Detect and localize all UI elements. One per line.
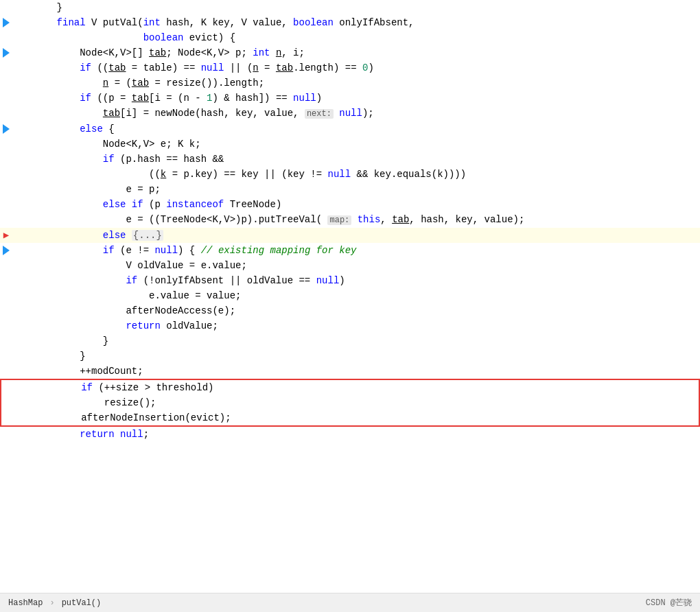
code-line: if ((p = tab[i = (n - 1) & hash]) == nul… xyxy=(0,91,700,106)
code-content: e = ((TreeNode<K,V>)p).putTreeVal( map: … xyxy=(31,212,700,228)
bookmark-icon xyxy=(1,18,11,27)
bookmark-icon xyxy=(1,246,11,255)
code-line: if (e != null) { // existing mapping for… xyxy=(0,243,700,258)
code-content: } xyxy=(31,0,700,15)
code-content: else { xyxy=(31,121,700,137)
code-line: else if (p instanceof TreeNode) xyxy=(0,197,700,212)
code-line: ▶ else {...} xyxy=(0,228,700,243)
code-line: ((k = p.key) == key || (key != null && k… xyxy=(0,167,700,182)
code-line: ++modCount; xyxy=(0,364,700,379)
code-content: if ((p = tab[i = (n - 1) & hash]) == nul… xyxy=(31,91,700,106)
code-line: else { xyxy=(0,121,700,137)
code-content: afterNodeInsertion(evict); xyxy=(32,410,699,425)
code-content: if (++size > threshold) xyxy=(32,380,699,395)
code-line: e.value = value; xyxy=(0,288,700,303)
code-content: V oldValue = e.value; xyxy=(31,258,700,273)
code-line: final V putVal(int hash, K key, V value,… xyxy=(0,15,700,30)
code-line: if (p.hash == hash && xyxy=(0,152,700,167)
code-content: n = (tab = resize()).length; xyxy=(31,75,700,91)
code-content: return oldValue; xyxy=(31,318,700,333)
code-content: if ((tab = table) == null || (n = tab.le… xyxy=(31,60,700,75)
breadcrumb-separator: › xyxy=(49,598,54,608)
code-content: } xyxy=(31,333,700,349)
status-bar: HashMap › putVal() CSDN @芒骁 xyxy=(0,593,700,612)
code-content: else if (p instanceof TreeNode) xyxy=(31,197,700,212)
code-line: if (!onlyIfAbsent || oldValue == null) xyxy=(0,273,700,288)
code-line: if (++size > threshold) xyxy=(0,379,700,395)
csdn-user: CSDN @芒骁 xyxy=(646,597,692,609)
code-content: boolean evict) { xyxy=(31,30,700,45)
code-content: e.value = value; xyxy=(31,288,700,303)
code-line: } xyxy=(0,333,700,349)
code-line: afterNodeInsertion(evict); xyxy=(0,410,700,427)
code-area[interactable]: } final V putVal(int hash, K key, V valu… xyxy=(0,0,700,593)
code-line: if ((tab = table) == null || (n = tab.le… xyxy=(0,60,700,75)
code-line: resize(); xyxy=(0,395,700,410)
code-content: ++modCount; xyxy=(31,364,700,379)
code-content: return null; xyxy=(31,427,700,442)
code-content: else {...} xyxy=(31,228,700,243)
code-content: Node<K,V> e; K k; xyxy=(31,137,700,152)
code-line: n = (tab = resize()).length; xyxy=(0,75,700,91)
code-content: ((k = p.key) == key || (key != null && k… xyxy=(31,167,700,182)
code-line: return oldValue; xyxy=(0,318,700,333)
code-content: e = p; xyxy=(31,182,700,197)
code-lines: } final V putVal(int hash, K key, V valu… xyxy=(0,0,700,442)
code-content: Node<K,V>[] tab; Node<K,V> p; int n, i; xyxy=(31,45,700,60)
breadcrumb-item-2: putVal() xyxy=(62,598,102,608)
code-line: } xyxy=(0,349,700,364)
code-line: return null; xyxy=(0,427,700,442)
code-line: } xyxy=(0,0,700,15)
code-line: tab[i] = newNode(hash, key, value, next:… xyxy=(0,106,700,121)
code-content: tab[i] = newNode(hash, key, value, next:… xyxy=(31,106,700,121)
debug-arrow-icon: ▶ xyxy=(1,231,11,240)
code-line: V oldValue = e.value; xyxy=(0,258,700,273)
code-line: afterNodeAccess(e); xyxy=(0,303,700,318)
code-content: resize(); xyxy=(32,395,699,410)
bookmark-icon xyxy=(1,124,11,134)
code-line: Node<K,V> e; K k; xyxy=(0,137,700,152)
code-line: Node<K,V>[] tab; Node<K,V> p; int n, i; xyxy=(0,45,700,60)
code-content: if (!onlyIfAbsent || oldValue == null) xyxy=(31,273,700,288)
breadcrumb-item-1: HashMap xyxy=(8,598,43,608)
code-content: final V putVal(int hash, K key, V value,… xyxy=(31,15,700,30)
code-line: e = p; xyxy=(0,182,700,197)
code-content: if (e != null) { // existing mapping for… xyxy=(31,243,700,258)
editor-container: } final V putVal(int hash, K key, V valu… xyxy=(0,0,700,612)
code-line: e = ((TreeNode<K,V>)p).putTreeVal( map: … xyxy=(0,212,700,228)
code-content: afterNodeAccess(e); xyxy=(31,303,700,318)
breadcrumb: HashMap › putVal() xyxy=(8,598,101,608)
code-content: if (p.hash == hash && xyxy=(31,152,700,167)
code-line: boolean evict) { xyxy=(0,30,700,45)
code-content: } xyxy=(31,349,700,364)
bookmark-icon xyxy=(1,48,11,58)
